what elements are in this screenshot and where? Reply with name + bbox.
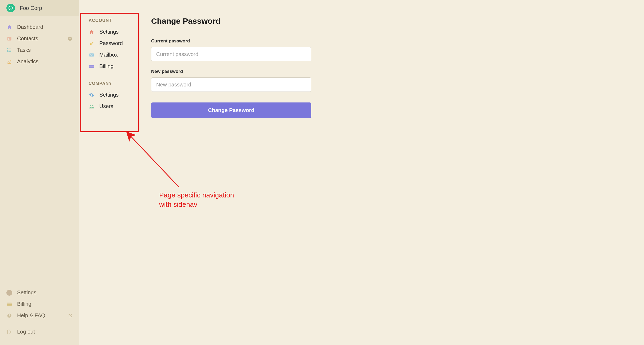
subnav-item-billing[interactable]: Billing [89, 61, 138, 72]
nav-item-billing[interactable]: Billing [0, 298, 79, 310]
nav-item-label: Billing [17, 301, 31, 307]
change-password-button[interactable]: Change Password [151, 102, 311, 118]
brand-title: Foo Corp [20, 5, 42, 11]
svg-point-8 [7, 50, 8, 50]
list-icon [6, 47, 12, 53]
svg-point-2 [8, 38, 9, 39]
key-icon [89, 41, 95, 46]
brand-header[interactable]: Foo Corp [0, 0, 79, 16]
nav-item-contacts[interactable]: Contacts [0, 33, 79, 44]
subnav-group-title-company: COMPANY [89, 81, 138, 86]
nav-item-label: Dashboard [17, 24, 43, 30]
primary-nav-top: Dashboard Contacts Tasks [0, 16, 79, 67]
svg-point-18 [90, 105, 91, 106]
subnav-item-label: Settings [99, 92, 119, 98]
new-password-label: New password [151, 69, 370, 74]
new-password-input[interactable] [151, 77, 311, 92]
home-icon [89, 29, 95, 35]
form-group-new-password: New password [151, 69, 370, 92]
external-link-icon [68, 313, 73, 318]
page-title: Change Password [151, 17, 370, 26]
svg-point-14 [90, 43, 92, 45]
subnav-item-label: Billing [99, 63, 113, 69]
nav-item-dashboard[interactable]: Dashboard [0, 21, 79, 33]
nav-item-label: Help & FAQ [17, 312, 45, 319]
nav-item-logout[interactable]: Log out [0, 326, 79, 338]
subnav-item-account-settings[interactable]: Settings [89, 26, 138, 38]
logout-icon [6, 329, 12, 335]
nav-item-settings[interactable]: Settings [0, 287, 79, 298]
users-icon [89, 104, 95, 109]
help-icon: ? [6, 313, 12, 318]
primary-sidebar: Foo Corp Dashboard Contacts [0, 0, 79, 345]
subnav-item-users[interactable]: Users [89, 101, 138, 112]
contacts-icon [6, 36, 12, 41]
current-password-label: Current password [151, 38, 370, 44]
subnav-item-label: Password [99, 40, 123, 46]
svg-point-19 [92, 105, 93, 106]
nav-item-label: Settings [17, 290, 36, 296]
subnav-item-password[interactable]: Password [89, 38, 138, 49]
nav-item-tasks[interactable]: Tasks [0, 44, 79, 56]
svg-rect-11 [7, 303, 12, 304]
nav-item-analytics[interactable]: Analytics [0, 56, 79, 67]
subnav-item-label: Settings [99, 29, 119, 35]
compass-icon [6, 4, 15, 12]
secondary-sidebar: ACCOUNT Settings Password Mailbox [79, 0, 140, 345]
content-area: Change Password Current password New pas… [140, 0, 381, 345]
svg-rect-15 [89, 53, 94, 57]
avatar-icon [6, 290, 12, 296]
form-group-current-password: Current password [151, 38, 370, 61]
chart-icon [6, 59, 12, 64]
main-area: ACCOUNT Settings Password Mailbox [79, 0, 644, 345]
svg-text:?: ? [9, 314, 10, 317]
subnav-item-label: Mailbox [99, 52, 118, 58]
home-icon [6, 25, 12, 30]
svg-point-7 [7, 48, 8, 49]
gear-icon [89, 92, 95, 98]
svg-point-9 [7, 51, 8, 51]
nav-item-help[interactable]: ? Help & FAQ [0, 310, 79, 321]
nav-item-label: Tasks [17, 47, 31, 53]
current-password-input[interactable] [151, 47, 311, 61]
nav-item-label: Contacts [17, 35, 38, 42]
primary-nav-bottom: Settings Billing ? Help & FAQ [0, 284, 79, 345]
svg-rect-17 [89, 66, 94, 66]
subnav-group-title-account: ACCOUNT [89, 18, 138, 23]
plus-circle-icon[interactable] [67, 36, 73, 41]
credit-card-icon [89, 64, 95, 69]
envelope-icon [89, 53, 95, 57]
subnav-item-company-settings[interactable]: Settings [89, 89, 138, 101]
nav-item-label: Log out [17, 329, 35, 335]
subnav-item-label: Users [99, 103, 113, 109]
svg-rect-1 [7, 37, 11, 40]
credit-card-icon [6, 302, 12, 306]
subnav-item-mailbox[interactable]: Mailbox [89, 49, 138, 61]
nav-item-label: Analytics [17, 58, 38, 65]
